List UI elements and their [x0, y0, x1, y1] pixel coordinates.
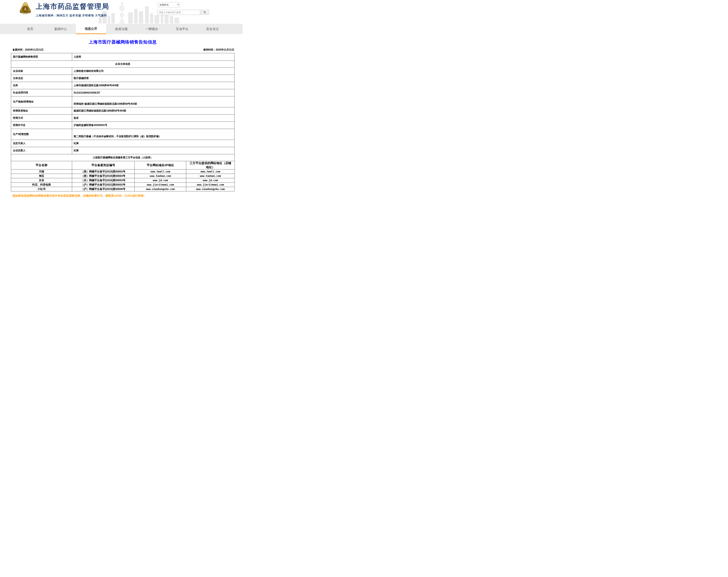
- row-value: 经营场所:杨浦区新江湾城街道国权北路1688弄68号404室: [72, 96, 235, 107]
- nav-item-safety[interactable]: 安全关注: [197, 24, 228, 34]
- platform-cert: （沪）网械平台备字[2019]第00006号: [72, 187, 135, 191]
- table-row: 主体业态 医疗器械经营: [11, 75, 235, 82]
- row-value: 上海轻愈生物科技有限公司: [72, 68, 235, 75]
- platform-name: 京东: [11, 178, 72, 182]
- header: 上海市药品监督管理局 上海城市精神：海纳百川 追求卓越 开明睿智 大气谦和 全部…: [0, 0, 243, 24]
- page-title: 上海市医疗器械网络销售告知信息: [11, 39, 235, 45]
- platform-table: 入驻医疗器械网络交易服务第三方平台信息（入驻类） 平台名称 平台备案凭证编号 平…: [11, 154, 235, 191]
- site-title: 上海市药品监督管理局: [36, 2, 109, 11]
- nav-item-news[interactable]: 新闻中心: [45, 24, 76, 34]
- platform-shop: www.xiaohongshu.com: [186, 187, 235, 191]
- row-value: 批发: [72, 115, 235, 122]
- platform-shop: www.jd.com: [186, 178, 235, 182]
- row-label: 住所: [11, 82, 72, 89]
- row-value: 上海市杨浦区国权北路1688弄68号404室: [72, 82, 235, 89]
- brand-block: 上海市药品监督管理局 上海城市精神：海纳百川 追求卓越 开明睿智 大气谦和: [36, 2, 109, 17]
- platform-name: 天猫: [11, 170, 72, 174]
- table-row: 经营方式 批发: [11, 115, 235, 122]
- table-row: 小红书 （沪）网械平台备字[2019]第00006号 www.xiaohongs…: [11, 187, 235, 191]
- row-value: 沪杨药监械经营备20250041号: [72, 122, 235, 129]
- platform-name: 抖店、抖音电商: [11, 182, 72, 187]
- table-row: 住所 上海市杨浦区国权北路1688弄68号404室: [11, 82, 235, 89]
- table-row: 生产/经营范围 第二类医疗器械（不含体外诊断试剂，不含医用防护口罩和（或）医用防…: [11, 129, 235, 140]
- column-header-cert-number: 平台备案凭证编号: [72, 161, 135, 170]
- row-label: 医疗器械网络销售类型: [11, 53, 72, 61]
- row-label: 经营库房地址: [11, 107, 72, 115]
- row-label: 经营许可证: [11, 122, 72, 129]
- table-row: 企业负责人 纪展: [11, 147, 235, 154]
- filing-time-value: 2025年11月21日: [25, 48, 44, 51]
- table-row: 法定代表人 纪展: [11, 140, 235, 147]
- platform-name: 淘宝: [11, 174, 72, 178]
- table-row: 抖店、抖音电商 （沪）网械平台备字[2022]第00002号 www.jinri…: [11, 182, 235, 187]
- row-label: 主体业态: [11, 75, 72, 82]
- platform-cert: （京）网械平台备字[2018]第00003号: [72, 178, 135, 182]
- column-header-shop-address: 三方平台提供的网站地址（店铺地址）: [186, 161, 235, 170]
- query-time: 查询时间：2025年11月21日: [203, 48, 234, 51]
- row-value: 入驻类: [72, 53, 235, 61]
- table-row: 经营库房地址 杨浦区新江湾城街道国权北路1688弄68号404室: [11, 107, 235, 115]
- row-value: 纪展: [72, 140, 235, 147]
- search-area: 全部栏目: [158, 2, 212, 15]
- platform-cert: （浙）网械平台备字[2018]第00002号: [72, 170, 135, 174]
- row-value: 纪展: [72, 147, 235, 154]
- report-warning: 您如果发现该网站在网络经营活动中存在违反国家法律、法规的经营行为，请联系1234…: [12, 194, 243, 198]
- table-row: 淘宝 （浙）网械平台备字[2018]第00004号 www.taobao.com…: [11, 174, 235, 178]
- company-section-header: 企业主体信息: [11, 61, 235, 68]
- nav-item-info-disclosure[interactable]: 信息公开: [76, 24, 106, 34]
- platform-header-row: 平台名称 平台备案凭证编号 平台网站域名/IP地址 三方平台提供的网站地址（店铺…: [11, 161, 235, 170]
- section-row: 企业主体信息: [11, 61, 235, 68]
- platform-shop: www.tmall.com: [186, 170, 235, 174]
- filing-time-label: 备案时间：: [12, 48, 25, 51]
- row-label: 企业名称: [11, 68, 72, 75]
- nav-item-policy[interactable]: 政策法规: [106, 24, 136, 34]
- platform-domain: www.jinritemai.com: [135, 182, 186, 187]
- column-header-domain: 平台网站域名/IP地址: [135, 161, 186, 170]
- platform-domain: www.tmall.com: [135, 170, 186, 174]
- search-button[interactable]: [201, 10, 209, 15]
- table-row: 社会信用代码 91310110MAEX658J57: [11, 89, 235, 96]
- section-row: 入驻医疗器械网络交易服务第三方平台信息（入驻类）: [11, 154, 235, 161]
- category-select[interactable]: 全部栏目: [158, 2, 180, 7]
- table-row: 经营许可证 沪杨药监械经营备20250041号: [11, 122, 235, 129]
- table-row: 天猫 （浙）网械平台备字[2018]第00002号 www.tmall.com …: [11, 170, 235, 174]
- platform-shop: www.jinritemai.com: [186, 182, 235, 187]
- nav-item-interaction[interactable]: 互动平台: [167, 24, 197, 34]
- search-icon: [203, 11, 206, 14]
- row-label: 法定代表人: [11, 140, 72, 147]
- table-row: 企业名称 上海轻愈生物科技有限公司: [11, 68, 235, 75]
- table-row: 生产场地/经营地址 经营场所:杨浦区新江湾城街道国权北路1688弄68号404室: [11, 96, 235, 107]
- platform-domain: www.jd.com: [135, 178, 186, 182]
- row-value: 91310110MAEX658J57: [72, 89, 235, 96]
- filing-time: 备案时间：2025年11月21日: [12, 48, 44, 51]
- row-label: 生产场地/经营地址: [11, 96, 72, 107]
- query-time-value: 2025年11月21日: [216, 48, 234, 51]
- site-logo: [19, 2, 32, 17]
- time-row: 备案时间：2025年11月21日 查询时间：2025年11月21日: [12, 48, 234, 51]
- platform-domain: www.xiaohongshu.com: [135, 187, 186, 191]
- row-label: 企业负责人: [11, 147, 72, 154]
- search-input[interactable]: [158, 10, 200, 15]
- query-time-label: 查询时间：: [203, 48, 216, 51]
- main-nav: 首页 新闻中心 信息公开 政策法规 一网通办 互动平台 安全关注: [0, 24, 243, 34]
- table-row: 医疗器械网络销售类型 入驻类: [11, 53, 235, 61]
- row-value: 第二类医疗器械（不含体外诊断试剂，不含医用防护口罩和（或）医用防护服）: [72, 129, 235, 140]
- platform-domain: www.taobao.com: [135, 174, 186, 178]
- row-value: 医疗器械经营: [72, 75, 235, 82]
- row-label: 生产/经营范围: [11, 129, 72, 140]
- platform-name: 小红书: [11, 187, 72, 191]
- row-label: 经营方式: [11, 115, 72, 122]
- info-table: 医疗器械网络销售类型 入驻类 企业主体信息 企业名称 上海轻愈生物科技有限公司 …: [11, 53, 235, 154]
- main-content: 上海市医疗器械网络销售告知信息 备案时间：2025年11月21日 查询时间：20…: [11, 39, 235, 191]
- nav-item-one-stop-services[interactable]: 一网通办: [136, 24, 167, 34]
- row-label: 社会信用代码: [11, 89, 72, 96]
- row-value: 杨浦区新江湾城街道国权北路1688弄68号404室: [72, 107, 235, 115]
- platform-cert: （沪）网械平台备字[2022]第00002号: [72, 182, 135, 187]
- nav-item-home[interactable]: 首页: [15, 24, 45, 34]
- site-slogan: 上海城市精神：海纳百川 追求卓越 开明睿智 大气谦和: [36, 14, 109, 17]
- table-row: 京东 （京）网械平台备字[2018]第00003号 www.jd.com www…: [11, 178, 235, 182]
- column-header-platform-name: 平台名称: [11, 161, 72, 170]
- platform-shop: www.taobao.com: [186, 174, 235, 178]
- platform-section-header: 入驻医疗器械网络交易服务第三方平台信息（入驻类）: [11, 154, 235, 161]
- site-logo-icon: [19, 2, 32, 16]
